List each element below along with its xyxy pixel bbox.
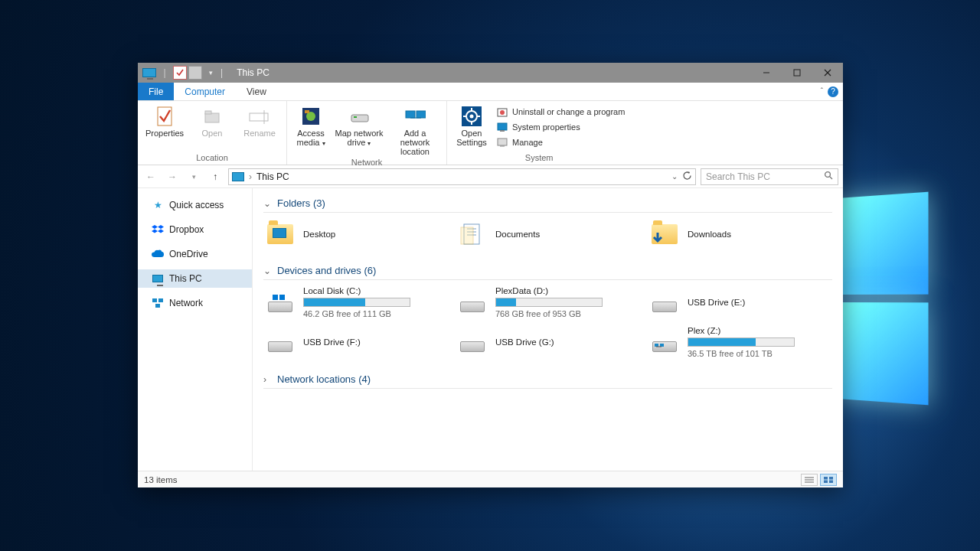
system-properties-button[interactable]: System properties	[495, 119, 626, 135]
breadcrumb-this-pc[interactable]: This PC	[256, 171, 289, 182]
content-pane[interactable]: ⌄ Folders (3) DesktopDocumentsDownloads …	[253, 188, 843, 471]
maximize-button[interactable]	[782, 63, 812, 83]
sidebar-item-this-pc[interactable]: This PC	[138, 269, 252, 288]
recent-dropdown[interactable]: ▾	[185, 168, 202, 185]
media-icon	[300, 106, 322, 127]
collapse-ribbon-icon[interactable]: ˆ	[821, 87, 823, 96]
drive-item[interactable]: PlexData (D:)768 GB free of 953 GB	[456, 285, 640, 320]
svg-rect-49	[824, 477, 828, 480]
sidebar-item-onedrive[interactable]: OneDrive	[138, 245, 252, 263]
open-icon	[201, 106, 223, 127]
manage-button[interactable]: Manage	[495, 135, 626, 150]
svg-rect-27	[500, 130, 505, 132]
svg-rect-12	[351, 115, 368, 122]
navigation-row: ← → ▾ ↑ › This PC ⌄ Search This PC	[138, 165, 843, 188]
onedrive-icon	[152, 248, 164, 260]
folder-icon	[265, 219, 296, 249]
svg-rect-44	[660, 344, 664, 347]
system-properties-icon	[496, 121, 508, 133]
map-network-drive-button[interactable]: Map network drive ▾	[333, 103, 385, 148]
drive-free-space: 46.2 GB free of 111 GB	[303, 309, 446, 318]
search-box[interactable]: Search This PC	[701, 168, 838, 185]
drive-item[interactable]: USB Drive (G:)	[456, 324, 640, 360]
svg-point-19	[470, 115, 474, 119]
chevron-down-icon: ⌄	[263, 198, 273, 209]
access-media-button[interactable]: Access media ▾	[292, 103, 330, 148]
window-title: This PC	[229, 67, 270, 78]
sidebar-item-network[interactable]: Network	[138, 294, 252, 312]
address-dropdown-icon[interactable]: ⌄	[671, 172, 678, 181]
svg-rect-50	[829, 477, 833, 480]
status-bar: 13 items	[138, 471, 843, 487]
drive-item[interactable]: Plex (Z:)36.5 TB free of 101 TB	[648, 324, 832, 360]
search-icon[interactable]	[824, 171, 833, 182]
quick-access-toolbar: | ▾ |	[138, 66, 229, 80]
ribbon-group-system-label: System	[452, 152, 626, 165]
details-view-button[interactable]	[801, 474, 818, 486]
qat-dropdown-icon[interactable]: ▾	[204, 66, 217, 80]
properties-icon	[154, 106, 175, 127]
forward-button[interactable]: →	[164, 168, 181, 185]
chevron-right-icon: ›	[263, 374, 273, 385]
uninstall-program-button[interactable]: Uninstall or change a program	[495, 104, 626, 119]
svg-rect-32	[158, 298, 163, 302]
up-button[interactable]: ↑	[207, 168, 224, 185]
drive-name: USB Drive (G:)	[495, 337, 639, 347]
drive-icon	[457, 287, 488, 318]
drive-name: Plex (Z:)	[688, 326, 831, 335]
add-network-location-button[interactable]: Add a network location	[388, 103, 442, 156]
open-settings-button[interactable]: Open Settings	[452, 103, 492, 147]
properties-qat-icon[interactable]	[173, 66, 187, 80]
svg-rect-39	[273, 295, 278, 300]
settings-gear-icon	[461, 106, 482, 127]
ribbon-tabs: File Computer View ˆ ?	[138, 83, 843, 101]
drive-name: Local Disk (C:)	[303, 286, 446, 295]
folder-item[interactable]: Documents	[456, 217, 640, 251]
pc-icon	[142, 66, 156, 80]
qat-sep: |	[158, 66, 172, 80]
svg-rect-7	[250, 113, 268, 121]
explorer-window: | ▾ | This PC File Computer View ˆ ?	[138, 63, 843, 487]
capacity-bar	[688, 337, 795, 347]
group-header-drives[interactable]: ⌄ Devices and drives (6)	[263, 262, 832, 280]
back-button[interactable]: ←	[142, 168, 159, 185]
group-header-folders[interactable]: ⌄ Folders (3)	[263, 194, 832, 213]
tab-file[interactable]: File	[138, 83, 174, 100]
drive-item[interactable]: USB Drive (E:)	[648, 285, 832, 320]
qat-sep2: |	[219, 67, 224, 78]
titlebar[interactable]: | ▾ | This PC	[138, 63, 843, 83]
uninstall-icon	[496, 106, 508, 118]
sidebar-item-quick-access[interactable]: ★ Quick access	[138, 196, 252, 214]
drive-icon	[457, 327, 488, 357]
drive-name: USB Drive (F:)	[303, 337, 446, 347]
address-bar[interactable]: › This PC ⌄	[228, 168, 696, 185]
ribbon: Properties Open Rename Location	[138, 101, 843, 165]
help-icon[interactable]: ?	[828, 86, 838, 97]
chevron-down-icon: ⌄	[263, 266, 273, 276]
drive-icon	[265, 287, 296, 318]
svg-rect-1	[794, 70, 800, 76]
folder-item[interactable]: Downloads	[648, 217, 832, 251]
group-header-network-locations[interactable]: › Network locations (4)	[263, 370, 832, 389]
svg-line-30	[830, 177, 832, 179]
manage-icon	[496, 136, 508, 148]
dropbox-icon	[152, 223, 164, 236]
tab-view[interactable]: View	[236, 83, 277, 100]
drive-free-space: 768 GB free of 953 GB	[495, 309, 639, 318]
drive-item[interactable]: USB Drive (F:)	[263, 324, 448, 360]
svg-rect-31	[152, 298, 157, 302]
qat-unknown-icon[interactable]	[188, 66, 202, 80]
tab-computer[interactable]: Computer	[174, 83, 236, 100]
close-button[interactable]	[812, 63, 843, 83]
tiles-view-button[interactable]	[820, 474, 837, 486]
minimize-button[interactable]	[751, 63, 782, 83]
ribbon-group-network: Access media ▾ Map network drive ▾ Add a…	[287, 101, 447, 165]
svg-rect-6	[205, 111, 211, 114]
folder-item[interactable]: Desktop	[263, 217, 448, 251]
drive-item[interactable]: Local Disk (C:)46.2 GB free of 111 GB	[263, 285, 448, 320]
sidebar-item-dropbox[interactable]: Dropbox	[138, 220, 252, 239]
refresh-icon[interactable]	[682, 171, 692, 183]
this-pc-sidebar-icon	[152, 272, 164, 285]
properties-button[interactable]: Properties	[142, 103, 187, 138]
drive-icon	[649, 287, 680, 318]
